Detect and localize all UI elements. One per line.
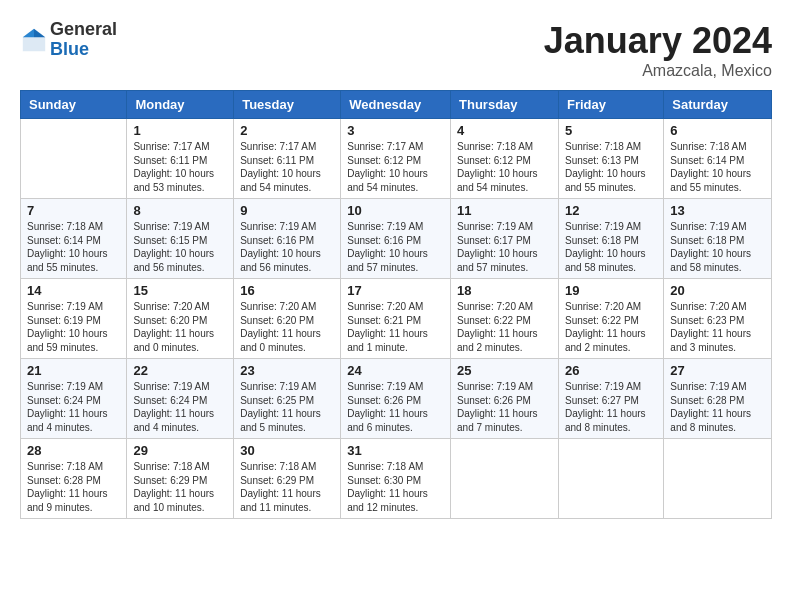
- calendar-cell: 18Sunrise: 7:20 AM Sunset: 6:22 PM Dayli…: [451, 279, 559, 359]
- logo-text: General Blue: [50, 20, 117, 60]
- calendar-cell: 25Sunrise: 7:19 AM Sunset: 6:26 PM Dayli…: [451, 359, 559, 439]
- day-number: 8: [133, 203, 227, 218]
- calendar-week-row: 7Sunrise: 7:18 AM Sunset: 6:14 PM Daylig…: [21, 199, 772, 279]
- calendar-cell: 24Sunrise: 7:19 AM Sunset: 6:26 PM Dayli…: [341, 359, 451, 439]
- day-info: Sunrise: 7:19 AM Sunset: 6:26 PM Dayligh…: [347, 380, 444, 434]
- logo: General Blue: [20, 20, 117, 60]
- calendar-cell: 1Sunrise: 7:17 AM Sunset: 6:11 PM Daylig…: [127, 119, 234, 199]
- day-number: 21: [27, 363, 120, 378]
- calendar-week-row: 1Sunrise: 7:17 AM Sunset: 6:11 PM Daylig…: [21, 119, 772, 199]
- location: Amazcala, Mexico: [544, 62, 772, 80]
- calendar-cell: 22Sunrise: 7:19 AM Sunset: 6:24 PM Dayli…: [127, 359, 234, 439]
- day-info: Sunrise: 7:20 AM Sunset: 6:22 PM Dayligh…: [565, 300, 657, 354]
- day-info: Sunrise: 7:17 AM Sunset: 6:11 PM Dayligh…: [133, 140, 227, 194]
- calendar-week-row: 21Sunrise: 7:19 AM Sunset: 6:24 PM Dayli…: [21, 359, 772, 439]
- day-info: Sunrise: 7:18 AM Sunset: 6:29 PM Dayligh…: [240, 460, 334, 514]
- calendar-cell: 5Sunrise: 7:18 AM Sunset: 6:13 PM Daylig…: [558, 119, 663, 199]
- day-number: 4: [457, 123, 552, 138]
- calendar-cell: 11Sunrise: 7:19 AM Sunset: 6:17 PM Dayli…: [451, 199, 559, 279]
- day-info: Sunrise: 7:19 AM Sunset: 6:27 PM Dayligh…: [565, 380, 657, 434]
- day-info: Sunrise: 7:20 AM Sunset: 6:23 PM Dayligh…: [670, 300, 765, 354]
- day-number: 24: [347, 363, 444, 378]
- calendar-cell: 9Sunrise: 7:19 AM Sunset: 6:16 PM Daylig…: [234, 199, 341, 279]
- calendar-cell: 27Sunrise: 7:19 AM Sunset: 6:28 PM Dayli…: [664, 359, 772, 439]
- day-of-week-header: Friday: [558, 91, 663, 119]
- day-number: 5: [565, 123, 657, 138]
- day-number: 10: [347, 203, 444, 218]
- day-number: 20: [670, 283, 765, 298]
- calendar-cell: 8Sunrise: 7:19 AM Sunset: 6:15 PM Daylig…: [127, 199, 234, 279]
- day-info: Sunrise: 7:18 AM Sunset: 6:29 PM Dayligh…: [133, 460, 227, 514]
- logo-blue: Blue: [50, 40, 117, 60]
- day-info: Sunrise: 7:19 AM Sunset: 6:24 PM Dayligh…: [27, 380, 120, 434]
- day-number: 19: [565, 283, 657, 298]
- day-number: 26: [565, 363, 657, 378]
- calendar-cell: 7Sunrise: 7:18 AM Sunset: 6:14 PM Daylig…: [21, 199, 127, 279]
- calendar-cell: 15Sunrise: 7:20 AM Sunset: 6:20 PM Dayli…: [127, 279, 234, 359]
- day-number: 6: [670, 123, 765, 138]
- day-info: Sunrise: 7:18 AM Sunset: 6:28 PM Dayligh…: [27, 460, 120, 514]
- day-number: 1: [133, 123, 227, 138]
- day-of-week-header: Thursday: [451, 91, 559, 119]
- calendar-cell: 14Sunrise: 7:19 AM Sunset: 6:19 PM Dayli…: [21, 279, 127, 359]
- title-block: January 2024 Amazcala, Mexico: [544, 20, 772, 80]
- calendar-cell: 19Sunrise: 7:20 AM Sunset: 6:22 PM Dayli…: [558, 279, 663, 359]
- calendar-table: SundayMondayTuesdayWednesdayThursdayFrid…: [20, 90, 772, 519]
- day-info: Sunrise: 7:19 AM Sunset: 6:24 PM Dayligh…: [133, 380, 227, 434]
- day-number: 30: [240, 443, 334, 458]
- day-number: 28: [27, 443, 120, 458]
- calendar-cell: [21, 119, 127, 199]
- day-of-week-header: Tuesday: [234, 91, 341, 119]
- day-number: 14: [27, 283, 120, 298]
- day-number: 25: [457, 363, 552, 378]
- day-number: 3: [347, 123, 444, 138]
- calendar-cell: 20Sunrise: 7:20 AM Sunset: 6:23 PM Dayli…: [664, 279, 772, 359]
- calendar-cell: [451, 439, 559, 519]
- day-number: 27: [670, 363, 765, 378]
- calendar-cell: [558, 439, 663, 519]
- calendar-cell: 31Sunrise: 7:18 AM Sunset: 6:30 PM Dayli…: [341, 439, 451, 519]
- calendar-cell: 4Sunrise: 7:18 AM Sunset: 6:12 PM Daylig…: [451, 119, 559, 199]
- day-info: Sunrise: 7:18 AM Sunset: 6:30 PM Dayligh…: [347, 460, 444, 514]
- calendar-cell: 26Sunrise: 7:19 AM Sunset: 6:27 PM Dayli…: [558, 359, 663, 439]
- day-info: Sunrise: 7:18 AM Sunset: 6:13 PM Dayligh…: [565, 140, 657, 194]
- logo-icon: [20, 26, 48, 54]
- calendar-cell: 23Sunrise: 7:19 AM Sunset: 6:25 PM Dayli…: [234, 359, 341, 439]
- logo-general: General: [50, 20, 117, 40]
- day-of-week-header: Saturday: [664, 91, 772, 119]
- calendar-header-row: SundayMondayTuesdayWednesdayThursdayFrid…: [21, 91, 772, 119]
- day-number: 13: [670, 203, 765, 218]
- day-number: 16: [240, 283, 334, 298]
- day-number: 31: [347, 443, 444, 458]
- page-header: General Blue January 2024 Amazcala, Mexi…: [20, 20, 772, 80]
- day-info: Sunrise: 7:19 AM Sunset: 6:19 PM Dayligh…: [27, 300, 120, 354]
- day-info: Sunrise: 7:19 AM Sunset: 6:17 PM Dayligh…: [457, 220, 552, 274]
- month-title: January 2024: [544, 20, 772, 62]
- calendar-cell: 6Sunrise: 7:18 AM Sunset: 6:14 PM Daylig…: [664, 119, 772, 199]
- day-info: Sunrise: 7:20 AM Sunset: 6:22 PM Dayligh…: [457, 300, 552, 354]
- day-number: 12: [565, 203, 657, 218]
- calendar-cell: 28Sunrise: 7:18 AM Sunset: 6:28 PM Dayli…: [21, 439, 127, 519]
- day-info: Sunrise: 7:17 AM Sunset: 6:11 PM Dayligh…: [240, 140, 334, 194]
- day-info: Sunrise: 7:17 AM Sunset: 6:12 PM Dayligh…: [347, 140, 444, 194]
- day-number: 17: [347, 283, 444, 298]
- calendar-cell: 13Sunrise: 7:19 AM Sunset: 6:18 PM Dayli…: [664, 199, 772, 279]
- day-number: 9: [240, 203, 334, 218]
- day-info: Sunrise: 7:20 AM Sunset: 6:21 PM Dayligh…: [347, 300, 444, 354]
- day-number: 15: [133, 283, 227, 298]
- day-number: 29: [133, 443, 227, 458]
- day-number: 11: [457, 203, 552, 218]
- calendar-cell: 17Sunrise: 7:20 AM Sunset: 6:21 PM Dayli…: [341, 279, 451, 359]
- calendar-cell: 3Sunrise: 7:17 AM Sunset: 6:12 PM Daylig…: [341, 119, 451, 199]
- calendar-cell: 12Sunrise: 7:19 AM Sunset: 6:18 PM Dayli…: [558, 199, 663, 279]
- day-info: Sunrise: 7:18 AM Sunset: 6:14 PM Dayligh…: [27, 220, 120, 274]
- day-info: Sunrise: 7:19 AM Sunset: 6:28 PM Dayligh…: [670, 380, 765, 434]
- day-info: Sunrise: 7:19 AM Sunset: 6:26 PM Dayligh…: [457, 380, 552, 434]
- calendar-week-row: 28Sunrise: 7:18 AM Sunset: 6:28 PM Dayli…: [21, 439, 772, 519]
- day-info: Sunrise: 7:19 AM Sunset: 6:15 PM Dayligh…: [133, 220, 227, 274]
- day-info: Sunrise: 7:20 AM Sunset: 6:20 PM Dayligh…: [133, 300, 227, 354]
- calendar-cell: 10Sunrise: 7:19 AM Sunset: 6:16 PM Dayli…: [341, 199, 451, 279]
- calendar-cell: 30Sunrise: 7:18 AM Sunset: 6:29 PM Dayli…: [234, 439, 341, 519]
- day-of-week-header: Wednesday: [341, 91, 451, 119]
- day-info: Sunrise: 7:19 AM Sunset: 6:25 PM Dayligh…: [240, 380, 334, 434]
